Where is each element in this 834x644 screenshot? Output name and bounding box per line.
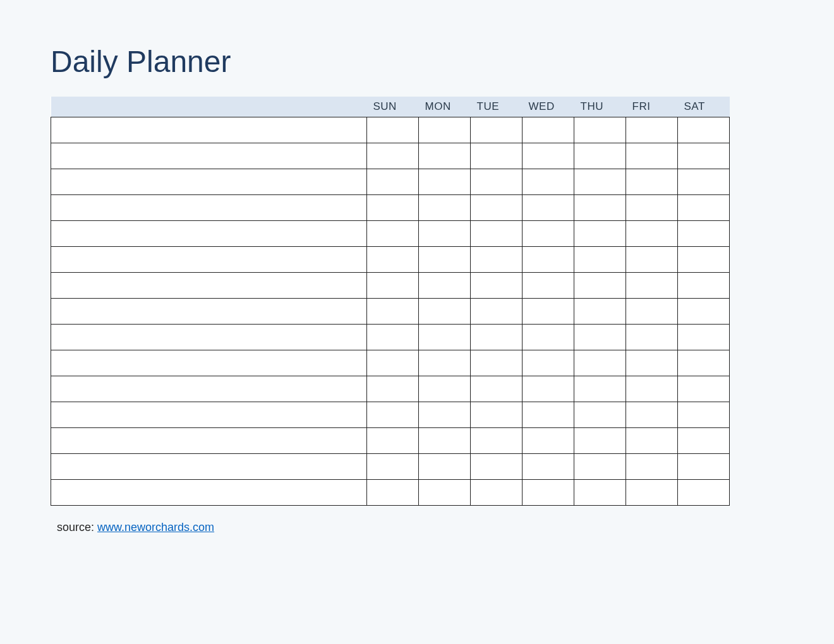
source-link[interactable]: www.neworchards.com: [97, 521, 214, 534]
day-cell[interactable]: [678, 402, 730, 427]
day-cell[interactable]: [626, 272, 678, 298]
day-cell[interactable]: [678, 453, 730, 479]
day-cell[interactable]: [626, 427, 678, 453]
day-cell[interactable]: [367, 350, 419, 376]
task-cell[interactable]: [51, 402, 367, 427]
day-cell[interactable]: [419, 453, 471, 479]
day-cell[interactable]: [523, 324, 574, 350]
day-cell[interactable]: [626, 194, 678, 220]
day-cell[interactable]: [419, 169, 471, 194]
day-cell[interactable]: [574, 376, 626, 402]
day-cell[interactable]: [419, 324, 471, 350]
day-cell[interactable]: [678, 427, 730, 453]
day-cell[interactable]: [574, 246, 626, 272]
day-cell[interactable]: [523, 194, 574, 220]
task-cell[interactable]: [51, 246, 367, 272]
day-cell[interactable]: [678, 169, 730, 194]
day-cell[interactable]: [626, 169, 678, 194]
task-cell[interactable]: [51, 376, 367, 402]
day-cell[interactable]: [574, 350, 626, 376]
day-cell[interactable]: [419, 427, 471, 453]
day-cell[interactable]: [367, 324, 419, 350]
day-cell[interactable]: [678, 117, 730, 143]
day-cell[interactable]: [574, 402, 626, 427]
day-cell[interactable]: [678, 324, 730, 350]
day-cell[interactable]: [626, 324, 678, 350]
day-cell[interactable]: [626, 143, 678, 169]
day-cell[interactable]: [471, 272, 523, 298]
day-cell[interactable]: [626, 402, 678, 427]
day-cell[interactable]: [471, 350, 523, 376]
day-cell[interactable]: [367, 298, 419, 324]
task-cell[interactable]: [51, 143, 367, 169]
day-cell[interactable]: [523, 246, 574, 272]
day-cell[interactable]: [367, 272, 419, 298]
task-cell[interactable]: [51, 324, 367, 350]
day-cell[interactable]: [626, 298, 678, 324]
day-cell[interactable]: [678, 143, 730, 169]
day-cell[interactable]: [574, 324, 626, 350]
day-cell[interactable]: [678, 272, 730, 298]
day-cell[interactable]: [574, 194, 626, 220]
day-cell[interactable]: [419, 479, 471, 505]
day-cell[interactable]: [367, 169, 419, 194]
day-cell[interactable]: [574, 117, 626, 143]
day-cell[interactable]: [471, 194, 523, 220]
day-cell[interactable]: [471, 117, 523, 143]
day-cell[interactable]: [626, 246, 678, 272]
day-cell[interactable]: [678, 376, 730, 402]
day-cell[interactable]: [419, 143, 471, 169]
day-cell[interactable]: [471, 143, 523, 169]
task-cell[interactable]: [51, 194, 367, 220]
day-cell[interactable]: [367, 117, 419, 143]
day-cell[interactable]: [367, 427, 419, 453]
day-cell[interactable]: [626, 376, 678, 402]
day-cell[interactable]: [367, 376, 419, 402]
day-cell[interactable]: [367, 453, 419, 479]
day-cell[interactable]: [471, 298, 523, 324]
day-cell[interactable]: [367, 479, 419, 505]
task-cell[interactable]: [51, 427, 367, 453]
day-cell[interactable]: [574, 427, 626, 453]
day-cell[interactable]: [574, 143, 626, 169]
day-cell[interactable]: [678, 246, 730, 272]
day-cell[interactable]: [419, 402, 471, 427]
day-cell[interactable]: [678, 298, 730, 324]
day-cell[interactable]: [471, 169, 523, 194]
day-cell[interactable]: [367, 402, 419, 427]
day-cell[interactable]: [471, 324, 523, 350]
day-cell[interactable]: [523, 479, 574, 505]
day-cell[interactable]: [678, 194, 730, 220]
task-cell[interactable]: [51, 220, 367, 246]
day-cell[interactable]: [523, 220, 574, 246]
day-cell[interactable]: [471, 402, 523, 427]
day-cell[interactable]: [419, 350, 471, 376]
day-cell[interactable]: [523, 298, 574, 324]
day-cell[interactable]: [523, 117, 574, 143]
day-cell[interactable]: [523, 402, 574, 427]
day-cell[interactable]: [523, 453, 574, 479]
task-cell[interactable]: [51, 479, 367, 505]
day-cell[interactable]: [471, 427, 523, 453]
day-cell[interactable]: [471, 246, 523, 272]
task-cell[interactable]: [51, 272, 367, 298]
task-cell[interactable]: [51, 117, 367, 143]
day-cell[interactable]: [523, 169, 574, 194]
day-cell[interactable]: [523, 143, 574, 169]
day-cell[interactable]: [574, 272, 626, 298]
day-cell[interactable]: [367, 246, 419, 272]
task-cell[interactable]: [51, 453, 367, 479]
day-cell[interactable]: [523, 350, 574, 376]
day-cell[interactable]: [574, 479, 626, 505]
day-cell[interactable]: [574, 220, 626, 246]
day-cell[interactable]: [367, 194, 419, 220]
day-cell[interactable]: [419, 298, 471, 324]
day-cell[interactable]: [626, 117, 678, 143]
day-cell[interactable]: [678, 220, 730, 246]
day-cell[interactable]: [419, 246, 471, 272]
task-cell[interactable]: [51, 350, 367, 376]
day-cell[interactable]: [419, 272, 471, 298]
day-cell[interactable]: [523, 376, 574, 402]
day-cell[interactable]: [678, 479, 730, 505]
day-cell[interactable]: [574, 453, 626, 479]
